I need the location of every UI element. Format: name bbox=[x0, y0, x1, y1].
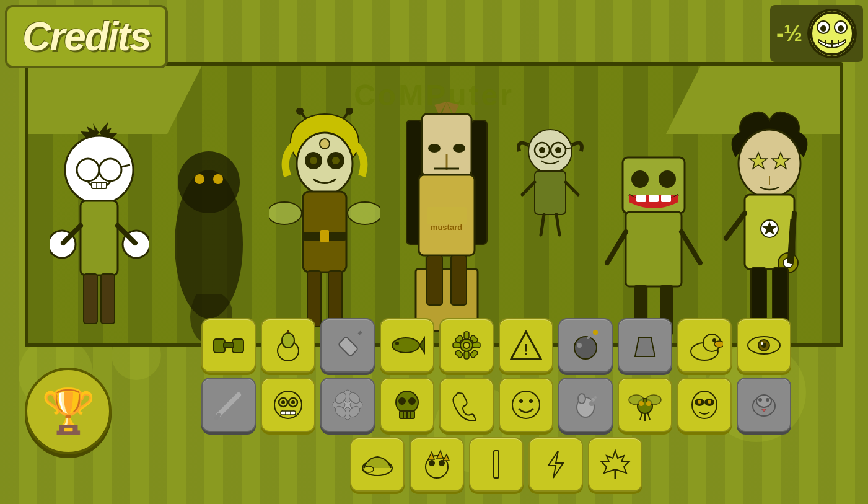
svg-line-78 bbox=[556, 214, 559, 235]
svg-point-179 bbox=[639, 401, 644, 406]
icon-spray[interactable] bbox=[558, 378, 613, 432]
svg-point-128 bbox=[574, 337, 597, 359]
icon-warning[interactable]: ! bbox=[499, 318, 553, 373]
credits-title: Credits bbox=[22, 14, 151, 59]
svg-point-194 bbox=[364, 466, 374, 472]
icon-trapezoid[interactable] bbox=[618, 318, 672, 373]
svg-rect-65 bbox=[427, 255, 442, 305]
svg-rect-84 bbox=[661, 195, 671, 202]
icon-row-1: ! bbox=[136, 318, 856, 373]
svg-line-77 bbox=[541, 214, 544, 235]
svg-rect-20 bbox=[92, 182, 107, 188]
characters-area: mustard bbox=[28, 83, 840, 343]
icon-knife[interactable] bbox=[201, 378, 256, 432]
icon-gear[interactable] bbox=[439, 318, 494, 373]
svg-marker-198 bbox=[428, 452, 434, 459]
svg-line-129 bbox=[588, 333, 594, 338]
svg-line-142 bbox=[216, 415, 219, 418]
icon-skull[interactable] bbox=[380, 378, 434, 432]
svg-marker-202 bbox=[548, 451, 563, 478]
svg-line-183 bbox=[647, 412, 650, 420]
svg-marker-199 bbox=[437, 451, 443, 458]
svg-point-170 bbox=[529, 399, 533, 403]
icon-maple-leaf[interactable] bbox=[588, 437, 642, 492]
svg-point-3 bbox=[820, 25, 826, 32]
svg-point-146 bbox=[281, 400, 285, 404]
svg-rect-120 bbox=[453, 343, 460, 348]
svg-rect-121 bbox=[473, 343, 480, 348]
svg-point-48 bbox=[269, 202, 302, 224]
icon-binoculars[interactable] bbox=[201, 318, 256, 373]
icon-smiley[interactable] bbox=[499, 378, 553, 432]
svg-line-75 bbox=[522, 182, 535, 195]
svg-point-32 bbox=[195, 174, 204, 184]
svg-point-80 bbox=[631, 170, 649, 188]
icon-duck[interactable] bbox=[677, 318, 732, 373]
svg-rect-47 bbox=[320, 230, 329, 242]
svg-point-81 bbox=[659, 170, 676, 188]
icon-flower[interactable] bbox=[320, 378, 375, 432]
svg-line-141 bbox=[219, 395, 239, 415]
svg-point-43 bbox=[332, 157, 340, 164]
character-6 bbox=[604, 120, 703, 343]
svg-line-87 bbox=[682, 232, 700, 263]
svg-rect-124 bbox=[454, 350, 463, 358]
icon-grid-area: ! bbox=[136, 318, 856, 492]
svg-rect-23 bbox=[81, 201, 118, 275]
svg-point-33 bbox=[213, 174, 223, 184]
svg-rect-102 bbox=[751, 268, 766, 324]
svg-point-73 bbox=[555, 147, 561, 153]
icon-syringe[interactable] bbox=[320, 318, 375, 373]
icon-flash[interactable] bbox=[528, 437, 583, 492]
svg-point-136 bbox=[712, 338, 716, 342]
svg-marker-132 bbox=[635, 338, 655, 356]
svg-line-86 bbox=[607, 232, 626, 263]
svg-point-180 bbox=[646, 401, 651, 406]
score-display: -½ bbox=[776, 20, 802, 46]
svg-rect-66 bbox=[451, 255, 467, 305]
svg-point-135 bbox=[714, 341, 723, 347]
svg-line-100 bbox=[726, 213, 745, 238]
svg-point-163 bbox=[398, 397, 406, 405]
svg-line-112 bbox=[359, 332, 361, 334]
svg-rect-106 bbox=[224, 343, 234, 348]
svg-line-76 bbox=[566, 182, 578, 195]
icon-row-3 bbox=[136, 437, 856, 492]
svg-point-140 bbox=[761, 342, 763, 345]
character-3 bbox=[269, 108, 380, 343]
icon-cap[interactable] bbox=[350, 437, 405, 492]
icon-fly[interactable] bbox=[618, 378, 672, 432]
svg-point-130 bbox=[593, 330, 598, 335]
svg-point-115 bbox=[395, 342, 399, 345]
svg-point-42 bbox=[310, 157, 317, 164]
icon-pear[interactable] bbox=[261, 318, 315, 373]
svg-point-191 bbox=[758, 398, 762, 402]
icon-bomb[interactable] bbox=[558, 318, 613, 373]
svg-point-117 bbox=[463, 342, 470, 348]
svg-point-192 bbox=[766, 398, 769, 402]
svg-point-44 bbox=[320, 139, 330, 149]
character-2 bbox=[165, 120, 252, 343]
icon-frog-crown[interactable] bbox=[410, 437, 464, 492]
svg-line-101 bbox=[791, 213, 794, 262]
svg-rect-82 bbox=[636, 195, 646, 202]
svg-point-31 bbox=[178, 151, 240, 213]
svg-rect-85 bbox=[626, 212, 682, 286]
svg-point-59 bbox=[453, 144, 465, 153]
trophy-button[interactable]: 🏆 bbox=[25, 368, 112, 454]
svg-point-187 bbox=[698, 400, 701, 404]
icon-eye[interactable] bbox=[737, 318, 791, 373]
icon-fish[interactable] bbox=[380, 318, 434, 373]
icon-face-glasses[interactable] bbox=[261, 378, 315, 432]
icon-alien[interactable] bbox=[677, 378, 732, 432]
icon-cursor[interactable] bbox=[469, 437, 524, 492]
svg-point-72 bbox=[539, 147, 545, 153]
svg-marker-114 bbox=[419, 338, 424, 353]
character-5 bbox=[513, 126, 587, 250]
mustard-label: mustard bbox=[431, 223, 462, 232]
icon-phone[interactable] bbox=[439, 378, 494, 432]
icon-row-2 bbox=[136, 378, 856, 432]
icon-snake-head[interactable] bbox=[737, 378, 791, 432]
svg-point-169 bbox=[519, 399, 523, 403]
svg-point-131 bbox=[577, 343, 582, 348]
